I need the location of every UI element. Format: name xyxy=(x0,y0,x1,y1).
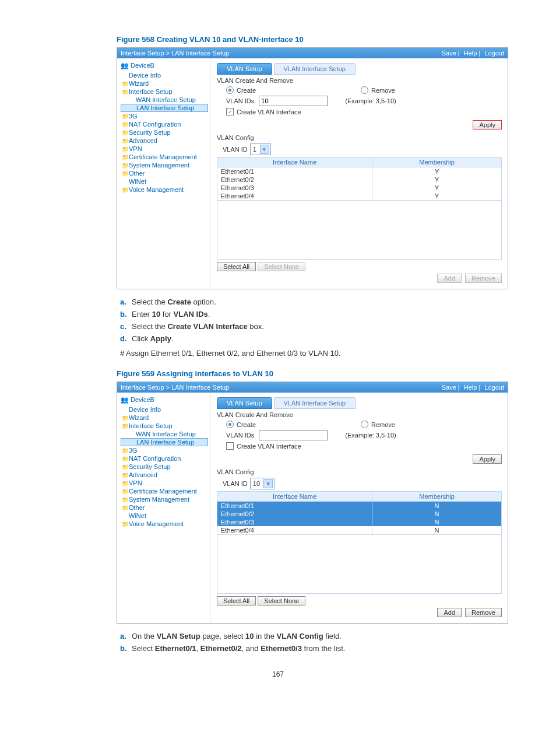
tree-item-14[interactable]: 📁Voice Management xyxy=(121,520,208,528)
table-row[interactable]: Ethernet0/1N xyxy=(217,502,502,510)
section-vlan-config: VLAN Config xyxy=(217,468,502,475)
label-vlan-ids: VLAN IDs xyxy=(226,432,254,439)
link-help[interactable]: Help xyxy=(464,50,477,57)
step-letter: b. xyxy=(120,310,132,318)
link-logout[interactable]: Logout xyxy=(484,50,504,57)
step-row: b.Enter 10 for VLAN IDs. xyxy=(120,310,521,318)
radio-create[interactable] xyxy=(226,86,234,94)
tree-item-11[interactable]: 📁System Management xyxy=(121,495,208,503)
step-letter: b. xyxy=(120,644,132,653)
label-vlan-id: VLAN ID xyxy=(223,146,248,153)
tree-item-3[interactable]: WAN Interface Setup xyxy=(121,430,208,438)
tree-item-6[interactable]: 📁NAT Configuration xyxy=(121,454,208,463)
tree-item-9[interactable]: 📁VPN xyxy=(121,145,208,153)
table-row[interactable]: Ethernet0/4N xyxy=(217,526,502,535)
tree-item-2[interactable]: 📁Interface Setup xyxy=(121,422,208,430)
chevron-down-icon: ▾ xyxy=(260,145,269,154)
select-all-button[interactable]: Select All xyxy=(217,596,256,606)
main-panel: VLAN SetupVLAN Interface SetupVLAN Creat… xyxy=(211,58,508,289)
link-logout[interactable]: Logout xyxy=(484,384,504,391)
tree-item-10[interactable]: 📁Certificate Management xyxy=(121,487,208,495)
tree-item-1[interactable]: 📁Wizard xyxy=(121,414,208,422)
checkbox-create-vlan-if[interactable] xyxy=(226,442,234,450)
tree-item-14[interactable]: 📁Voice Management xyxy=(121,186,208,194)
step-text: Click Apply. xyxy=(132,334,174,343)
step-letter: d. xyxy=(120,334,132,343)
tree-item-12[interactable]: 📁Other xyxy=(121,169,208,177)
table-row[interactable]: Ethernet0/3N xyxy=(217,518,502,526)
step-text: Select the Create VLAN Interface box. xyxy=(132,322,264,331)
tree-item-5[interactable]: 📁3G xyxy=(121,112,208,120)
tree-item-2[interactable]: 📁Interface Setup xyxy=(121,88,208,96)
tree-item-5[interactable]: 📁3G xyxy=(121,446,208,454)
select-none-button[interactable]: Select None xyxy=(258,596,305,606)
tree-item-9[interactable]: 📁VPN xyxy=(121,479,208,487)
dropdown-vlan-id[interactable]: 10▾ xyxy=(250,478,275,489)
label-create-vlan-if: Create VLAN Interface xyxy=(237,443,301,450)
input-vlan-ids[interactable] xyxy=(259,96,328,106)
tree-item-10[interactable]: 📁Certificate Management xyxy=(121,153,208,161)
input-vlan-ids[interactable] xyxy=(259,430,328,440)
tree-item-11[interactable]: 📁System Management xyxy=(121,161,208,169)
tree-item-8[interactable]: 📁Advanced xyxy=(121,136,208,145)
assign-note: # Assign Ethernet 0/1, Ethernet 0/2, and… xyxy=(120,349,521,358)
section-create-remove: VLAN Create And Remove xyxy=(217,77,502,84)
radio-remove[interactable] xyxy=(361,86,368,94)
step-text: On the VLAN Setup page, select 10 in the… xyxy=(132,632,342,640)
nav-tree: 👥DeviceBDevice Info📁Wizard📁Interface Set… xyxy=(117,58,211,289)
tab-vlan-setup[interactable]: VLAN Setup xyxy=(217,63,272,75)
col-membership: Membership xyxy=(372,492,502,502)
step-row: a.Select the Create option. xyxy=(120,298,521,306)
remove-button[interactable]: Remove xyxy=(465,274,502,283)
step-row: a.On the VLAN Setup page, select 10 in t… xyxy=(120,632,521,640)
tree-item-12[interactable]: 📁Other xyxy=(121,503,208,512)
table-row[interactable]: Ethernet0/2Y xyxy=(217,176,502,184)
tree-item-1[interactable]: 📁Wizard xyxy=(121,79,208,88)
table-row[interactable]: Ethernet0/1Y xyxy=(217,167,502,176)
tab-vlan-interface-setup[interactable]: VLAN Interface Setup xyxy=(274,63,356,75)
table-row[interactable]: Ethernet0/3Y xyxy=(217,184,502,192)
link-help[interactable]: Help xyxy=(464,384,477,391)
step-text: Enter 10 for VLAN IDs. xyxy=(132,310,210,318)
figure-558-title: Figure 558 Creating VLAN 10 and VLAN-int… xyxy=(117,35,521,44)
table-row[interactable]: Ethernet0/2N xyxy=(217,510,502,518)
remove-button[interactable]: Remove xyxy=(465,608,502,617)
col-membership: Membership xyxy=(372,158,502,167)
add-button[interactable]: Add xyxy=(437,608,462,617)
screenshot-558: Interface Setup > LAN Interface SetupSav… xyxy=(117,47,508,289)
radio-create[interactable] xyxy=(226,421,234,428)
tab-vlan-setup[interactable]: VLAN Setup xyxy=(217,397,272,409)
add-button[interactable]: Add xyxy=(437,274,462,283)
step-letter: a. xyxy=(120,298,132,306)
section-vlan-config: VLAN Config xyxy=(217,134,502,141)
tree-item-4[interactable]: LAN Interface Setup xyxy=(121,438,208,446)
link-save[interactable]: Save xyxy=(442,384,456,391)
tree-item-7[interactable]: 📁Security Setup xyxy=(121,463,208,471)
col-interface-name: Interface Name xyxy=(217,492,372,502)
step-letter: c. xyxy=(120,322,132,331)
label-create: Create xyxy=(237,87,256,94)
select-all-button[interactable]: Select All xyxy=(217,262,256,271)
label-remove: Remove xyxy=(371,421,395,428)
tab-vlan-interface-setup[interactable]: VLAN Interface Setup xyxy=(274,397,356,409)
link-save[interactable]: Save xyxy=(442,50,456,57)
tree-item-13[interactable]: WiNet xyxy=(121,177,208,186)
table-empty-area xyxy=(217,535,502,594)
tree-item-7[interactable]: 📁Security Setup xyxy=(121,128,208,136)
label-vlan-id: VLAN ID xyxy=(223,480,248,487)
radio-remove[interactable] xyxy=(361,421,368,428)
tree-item-8[interactable]: 📁Advanced xyxy=(121,471,208,479)
dropdown-vlan-id[interactable]: 1▾ xyxy=(250,144,271,155)
select-none-button[interactable]: Select None xyxy=(258,262,305,271)
tree-item-13[interactable]: WiNet xyxy=(121,512,208,520)
tree-item-6[interactable]: 📁NAT Configuration xyxy=(121,120,208,128)
table-row[interactable]: Ethernet0/4Y xyxy=(217,192,502,201)
apply-button[interactable]: Apply xyxy=(473,454,502,464)
checkbox-create-vlan-if[interactable] xyxy=(226,108,234,116)
tree-item-0[interactable]: Device Info xyxy=(121,405,208,414)
tree-item-0[interactable]: Device Info xyxy=(121,71,208,79)
apply-button[interactable]: Apply xyxy=(473,120,502,130)
tree-item-4[interactable]: LAN Interface Setup xyxy=(121,104,208,112)
tree-item-3[interactable]: WAN Interface Setup xyxy=(121,96,208,104)
label-vlan-ids: VLAN IDs xyxy=(226,97,254,104)
